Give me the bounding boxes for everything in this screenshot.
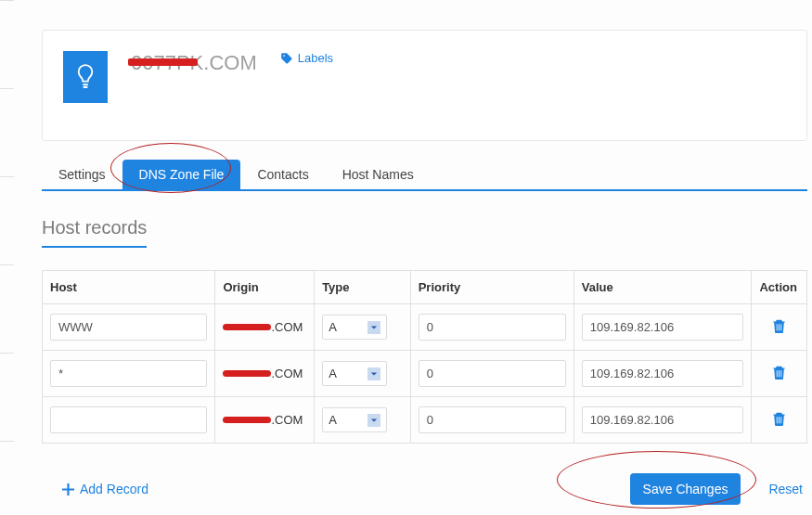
tab-dns-zone-file[interactable]: DNS Zone File: [122, 160, 241, 189]
chevron-down-icon: [367, 367, 380, 380]
value-input[interactable]: [582, 314, 744, 341]
trash-icon: [772, 365, 786, 380]
section-heading: Host records: [42, 191, 807, 248]
redaction-mark: [223, 324, 271, 330]
priority-input[interactable]: [419, 314, 566, 341]
priority-input[interactable]: [419, 406, 566, 433]
chevron-down-icon: [367, 321, 380, 334]
priority-input[interactable]: [419, 360, 566, 387]
footer-actions: Add Record Save Changes Reset: [42, 473, 807, 505]
table-row: XXXXXX.COM A: [43, 351, 807, 397]
labels-link[interactable]: Labels: [280, 51, 333, 65]
redaction-mark: [223, 417, 271, 423]
origin-suffix: .COM: [271, 320, 303, 334]
save-button[interactable]: Save Changes: [630, 473, 741, 505]
delete-button[interactable]: [772, 411, 786, 426]
left-rail: [0, 0, 14, 515]
chevron-down-icon: [367, 414, 380, 427]
trash-icon: [772, 411, 786, 426]
delete-button[interactable]: [772, 318, 786, 333]
add-record-label: Add Record: [80, 482, 148, 496]
origin-suffix: .COM: [271, 413, 303, 427]
bulb-icon: [63, 51, 108, 103]
host-input[interactable]: [50, 406, 207, 433]
type-select[interactable]: A: [322, 315, 387, 340]
table-row: XXXXXX.COM A: [43, 304, 807, 351]
col-header-action: Action: [752, 271, 807, 304]
host-records-table: Host Origin Type Priority Value Action X…: [42, 270, 807, 444]
type-value: A: [329, 367, 337, 380]
origin-cell: XXXXXX.COM: [223, 320, 306, 334]
delete-button[interactable]: [772, 365, 786, 380]
table-header-row: Host Origin Type Priority Value Action: [43, 271, 807, 304]
labels-link-text: Labels: [298, 51, 333, 65]
tag-icon: [280, 52, 293, 65]
origin-cell: XXXXXX.COM: [223, 413, 306, 427]
type-select[interactable]: A: [322, 407, 387, 432]
reset-link[interactable]: Reset: [768, 482, 803, 496]
type-value: A: [329, 413, 337, 427]
col-header-type: Type: [315, 271, 411, 304]
table-row: XXXXXX.COM A: [43, 397, 807, 444]
add-record-button[interactable]: Add Record: [62, 482, 148, 496]
origin-suffix: .COM: [271, 367, 303, 380]
col-header-priority: Priority: [410, 271, 574, 304]
tab-settings[interactable]: Settings: [42, 160, 122, 189]
redaction-mark: [128, 58, 198, 66]
col-header-host: Host: [43, 271, 215, 304]
plus-icon: [62, 483, 74, 496]
tab-host-names[interactable]: Host Names: [326, 160, 431, 189]
redaction-mark: [223, 370, 271, 377]
main-panel: 0077PK.COM Labels Settings DNS Zone File…: [42, 30, 807, 505]
type-select[interactable]: A: [322, 361, 387, 386]
origin-cell: XXXXXX.COM: [223, 367, 306, 380]
section-title: Host records: [42, 217, 147, 248]
host-input[interactable]: [50, 314, 207, 341]
value-input[interactable]: [582, 406, 744, 433]
trash-icon: [772, 318, 786, 333]
tabs: Settings DNS Zone File Contacts Host Nam…: [42, 160, 807, 191]
col-header-value: Value: [574, 271, 752, 304]
col-header-origin: Origin: [215, 271, 315, 304]
domain-title: 0077PK.COM: [131, 51, 257, 75]
type-value: A: [329, 320, 337, 334]
value-input[interactable]: [582, 360, 744, 387]
host-input[interactable]: [50, 360, 207, 387]
tab-contacts[interactable]: Contacts: [240, 160, 325, 189]
domain-header-card: 0077PK.COM Labels: [42, 30, 807, 141]
